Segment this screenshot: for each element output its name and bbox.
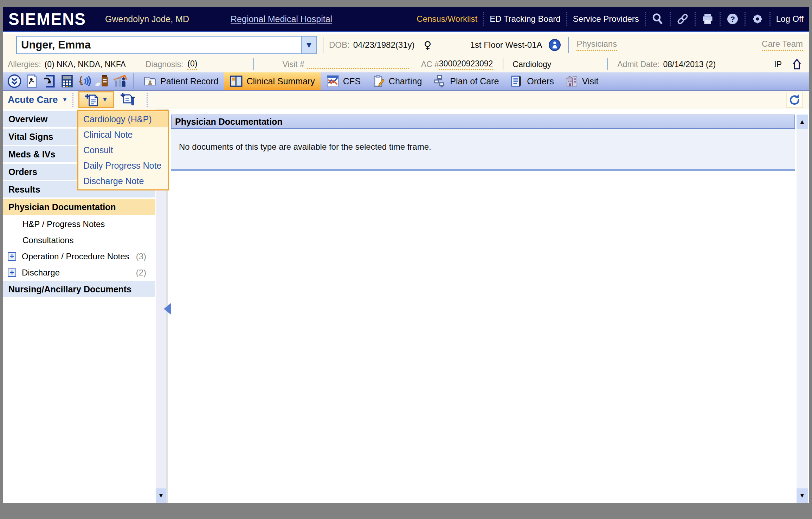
tab-charting[interactable]: Charting <box>366 72 428 90</box>
tab-label: Clinical Summary <box>246 76 315 86</box>
medication-icon[interactable] <box>95 74 110 89</box>
tab-cfs[interactable]: CFS <box>321 72 366 90</box>
allergies-label: Allergies: <box>8 60 41 69</box>
patient-header-bar: Unger, Emma ▼ DOB: 04/23/1982(31y) ♀ 1st… <box>3 34 809 56</box>
tab-label: Patient Record <box>160 76 218 86</box>
sidebar-collapse-handle[interactable] <box>164 303 171 315</box>
menu-item-cardiology-hp[interactable]: Cardiology (H&P) <box>78 111 168 127</box>
sidebar-item-hp-progress-notes[interactable]: H&P / Progress Notes <box>3 216 155 232</box>
tab-label: Visit <box>582 76 599 86</box>
diagnosis-label: Diagnosis: <box>146 60 183 69</box>
tab-visit[interactable]: Visit <box>560 72 604 90</box>
nav-service-providers[interactable]: Service Providers <box>573 14 639 24</box>
nav-separator <box>695 12 696 26</box>
visit-number-field[interactable] <box>307 60 409 69</box>
new-order-button[interactable] <box>114 91 142 108</box>
context-separator <box>147 93 148 107</box>
logged-in-user: Gwendolyn Jode, MD <box>105 14 189 24</box>
care-team-link[interactable]: Care Team <box>762 39 803 51</box>
refresh-button[interactable] <box>786 92 803 108</box>
account-number-value[interactable]: 300020923092 <box>439 59 493 70</box>
clinical-summary-icon <box>230 74 243 88</box>
dictation-icon[interactable] <box>77 74 92 89</box>
panel-header: Physician Documentation <box>171 115 795 129</box>
calculator-icon[interactable] <box>60 74 75 89</box>
main-scroll-down-button[interactable]: ▼ <box>797 488 808 503</box>
top-nav-links: Census/Worklist ED Tracking Board Servic… <box>417 12 804 26</box>
sidebar-scroll-down-button[interactable]: ▼ <box>156 488 166 503</box>
print-icon[interactable] <box>701 13 714 25</box>
tab-orders[interactable]: Orders <box>504 72 559 90</box>
patient-info-icon[interactable] <box>548 39 561 51</box>
new-order-icon <box>121 92 135 107</box>
sidebar-item-label: Nursing/Ancillary Documents <box>8 284 131 294</box>
patient-note-icon[interactable] <box>25 74 39 89</box>
admit-date-value: 08/14/2013 (2) <box>663 60 716 69</box>
search-icon[interactable] <box>651 13 664 25</box>
separator <box>607 58 608 70</box>
menu-item-daily-progress-note[interactable]: Daily Progress Note <box>78 158 168 173</box>
female-icon: ♀ <box>424 39 431 51</box>
gear-icon[interactable] <box>751 13 764 25</box>
nav-separator <box>483 12 484 26</box>
collapse-all-icon[interactable] <box>7 74 22 89</box>
visit-info-bar: Allergies: (0) NKA, NKDA, NKFA Diagnosis… <box>3 56 809 72</box>
scroll-up-icon: ▲ <box>799 118 805 125</box>
expand-plus-icon[interactable]: + <box>8 268 16 277</box>
sidebar-item-physician-documentation[interactable]: Physician Documentation <box>3 199 155 215</box>
siemens-logo: SIEMENS <box>8 9 86 29</box>
sidebar-item-label: Consultations <box>22 235 73 245</box>
new-note-button[interactable]: ▼ <box>78 91 114 108</box>
svg-text:?: ? <box>730 15 735 24</box>
physicians-link[interactable]: Physicians <box>576 39 617 51</box>
visit-building-icon <box>565 74 579 88</box>
tab-patient-record[interactable]: Patient Record <box>138 72 224 90</box>
sidebar-item-label: Meds & IVs <box>8 149 55 160</box>
expand-plus-icon[interactable]: + <box>8 252 16 261</box>
nav-census-worklist[interactable]: Census/Worklist <box>417 14 477 24</box>
tab-label: Plan of Care <box>450 76 499 86</box>
view-selector-acute-care[interactable]: Acute Care ▼ <box>8 95 67 105</box>
main-toolbar: Patient Record Clinical Summary CFS Char… <box>3 72 809 91</box>
sidebar-item-label: Physician Documentation <box>8 202 116 212</box>
diagnosis-value[interactable]: (0) <box>187 59 197 70</box>
context-separator <box>72 93 73 107</box>
help-icon[interactable]: ? <box>726 13 739 25</box>
account-number-label: AC # <box>421 60 439 69</box>
nav-separator <box>720 12 721 26</box>
sidebar-item-consultations[interactable]: Consultations <box>3 233 155 248</box>
tab-clinical-summary[interactable]: Clinical Summary <box>224 72 320 90</box>
nav-separator <box>769 12 771 26</box>
census-chart-icon[interactable] <box>112 74 127 89</box>
toolbar-separator <box>133 73 134 89</box>
home-icon[interactable] <box>791 58 803 70</box>
patient-name-combobox[interactable]: Unger, Emma ▼ <box>16 36 317 54</box>
separator <box>503 58 503 70</box>
sidebar-item-label: H&P / Progress Notes <box>22 219 105 229</box>
menu-item-consult[interactable]: Consult <box>78 142 168 158</box>
top-navigation-bar: SIEMENS Gwendolyn Jode, MD Regional Medi… <box>3 7 809 32</box>
nav-ed-tracking-board[interactable]: ED Tracking Board <box>490 14 560 24</box>
orders-document-icon <box>510 74 523 88</box>
sidebar-item-label: Results <box>8 184 40 195</box>
sidebar-item-operation-procedure-notes[interactable]: + Operation / Procedure Notes (3) <box>3 249 155 264</box>
main-scrollbar[interactable]: ▲ ▼ <box>797 115 808 503</box>
separator <box>253 58 254 70</box>
menu-item-clinical-note[interactable]: Clinical Note <box>78 127 168 142</box>
tab-label: Charting <box>389 76 422 86</box>
main-scroll-up-button[interactable]: ▲ <box>797 115 808 129</box>
tab-plan-of-care[interactable]: Plan of Care <box>427 72 504 90</box>
view-selector-label: Acute Care <box>8 95 58 105</box>
admit-date-label: Admit Date: <box>617 60 659 69</box>
transfer-icon[interactable] <box>42 74 57 89</box>
physician-documentation-panel: Physician Documentation No documents of … <box>171 115 795 171</box>
link-icon[interactable] <box>676 13 689 25</box>
sidebar-item-nursing-ancillary-documents[interactable]: Nursing/Ancillary Documents <box>3 281 155 297</box>
facility-link[interactable]: Regional Medical Hospital <box>231 14 332 24</box>
menu-item-discharge-note[interactable]: Discharge Note <box>78 173 168 189</box>
log-off-button[interactable]: Log Off <box>776 14 804 24</box>
chevron-down-icon: ▼ <box>305 40 313 50</box>
patient-dropdown-button[interactable]: ▼ <box>301 37 316 53</box>
scroll-down-icon: ▼ <box>158 492 164 499</box>
sidebar-item-discharge[interactable]: + Discharge (2) <box>3 265 155 280</box>
